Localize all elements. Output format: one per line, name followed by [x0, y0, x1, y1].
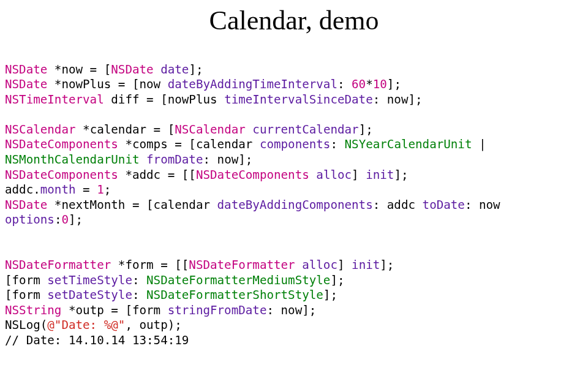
code-line: NSDate *now = [NSDate date]; [5, 62, 203, 77]
punc-token: addc. [5, 183, 40, 197]
identifier-token: NSDateFormatterMediumStyle [146, 273, 330, 287]
number-token: 60 [352, 77, 366, 91]
punc-token [295, 258, 303, 272]
selector-token: options [5, 213, 55, 227]
code-line: NSDateComponents *comps = [calendar comp… [5, 137, 486, 151]
code-line: addc.month = 1; [5, 183, 111, 197]
selector-token: setDateStyle [47, 288, 132, 302]
selector-token: stringFromDate [168, 303, 267, 317]
punc-token: *now = [ [47, 62, 111, 77]
type-token: NSDateFormatter [5, 258, 111, 272]
punc-token: : now]; [266, 303, 316, 317]
selector-token: timeIntervalSinceDate [224, 92, 373, 107]
selector-token: currentCalendar [252, 123, 358, 137]
selector-token: init [366, 168, 394, 182]
type-token: NSCalendar [5, 123, 76, 137]
punc-token: | [472, 137, 486, 151]
punc-token: ]; [330, 273, 344, 287]
identifier-token: NSMonthCalendarUnit [5, 153, 140, 167]
type-token: NSDate [111, 62, 153, 77]
punc-token: ; [104, 183, 111, 197]
code-line: options:0]; [5, 213, 83, 227]
punc-token: : now [465, 198, 500, 212]
blank-line [5, 107, 12, 121]
code-line: NSTimeInterval diff = [nowPlus timeInter… [5, 92, 423, 107]
punc-token: ] [337, 258, 352, 272]
punc-token [140, 153, 147, 167]
punc-token: ] [352, 168, 366, 182]
code-line: NSCalendar *calendar = [NSCalendar curre… [5, 123, 373, 137]
identifier-token: NSYearCalendarUnit [345, 137, 472, 151]
punc-token: *comps = [calendar [118, 137, 260, 151]
code-line: NSString *outp = [form stringFromDate: n… [5, 303, 316, 317]
selector-token: alloc [302, 258, 337, 272]
punc-token: : [330, 137, 344, 151]
selector-token: init [352, 258, 380, 272]
type-token: NSString [5, 303, 61, 317]
string-literal-token: @"Date: %@" [47, 318, 125, 332]
punc-token [309, 168, 317, 182]
punc-token: : addc [373, 198, 423, 212]
punc-token: *outp = [form [61, 303, 167, 317]
code-line: NSLog(@"Date: %@", outp); [5, 318, 182, 332]
slide-title: Calendar, demo [0, 5, 588, 36]
punc-token: : [132, 273, 146, 287]
selector-token: fromDate [146, 153, 203, 167]
type-token: NSDate [5, 198, 47, 212]
selector-token: alloc [316, 168, 352, 182]
punc-token: *nextMonth = [calendar [47, 198, 217, 212]
identifier-token: NSDateFormatterShortStyle [146, 288, 323, 302]
punc-token: ]; [394, 168, 408, 182]
selector-token: setTimeStyle [47, 273, 132, 287]
type-token: NSDateComponents [5, 168, 118, 182]
punc-token: * [366, 77, 373, 91]
code-line: NSMonthCalendarUnit fromDate: now]; [5, 153, 252, 167]
code-line: NSDate *nowPlus = [now dateByAddingTimeI… [5, 77, 401, 91]
blank-line [5, 243, 12, 257]
punc-token: ]; [380, 258, 394, 272]
punc-token [154, 62, 161, 77]
code-line: NSDateFormatter *form = [[NSDateFormatte… [5, 258, 394, 272]
code-line: // Date: 14.10.14 13:54:19 [5, 333, 189, 347]
punc-token: : now]; [203, 153, 252, 167]
punc-token: : [55, 213, 62, 227]
selector-token: components [260, 137, 331, 151]
comment-token: // Date: 14.10.14 13:54:19 [5, 333, 189, 347]
selector-token: month [40, 183, 76, 197]
code-line: NSDateComponents *addc = [[NSDateCompone… [5, 168, 409, 182]
punc-token: *nowPlus = [now [47, 77, 167, 91]
punc-token: : now]; [373, 92, 423, 107]
type-token: NSDateComponents [196, 168, 309, 182]
type-token: NSDate [5, 77, 47, 91]
selector-token: dateByAddingTimeInterval [168, 77, 337, 91]
punc-token: diff = [nowPlus [104, 92, 224, 107]
selector-token: toDate [423, 198, 465, 212]
punc-token: ]; [323, 288, 337, 302]
blank-line [5, 228, 12, 242]
code-line: [form setTimeStyle: NSDateFormatterMediu… [5, 273, 345, 287]
punc-token: *form = [[ [111, 258, 189, 272]
type-token: NSDateComponents [5, 137, 118, 151]
punc-token: ]; [189, 62, 203, 77]
code-line: [form setDateStyle: NSDateFormatterShort… [5, 288, 337, 302]
punc-token: [form [5, 288, 47, 302]
number-token: 0 [61, 213, 69, 227]
selector-token: dateByAddingComponents [217, 198, 373, 212]
punc-token [246, 123, 253, 137]
type-token: NSCalendar [175, 123, 246, 137]
punc-token: ]; [387, 77, 401, 91]
number-token: 1 [97, 183, 104, 197]
punc-token: , outp); [125, 318, 181, 332]
type-token: NSDateFormatter [189, 258, 295, 272]
number-token: 10 [373, 77, 387, 91]
punc-token: *calendar = [ [76, 123, 175, 137]
punc-token: ]; [69, 213, 83, 227]
selector-token: date [160, 62, 189, 77]
punc-token: : [132, 288, 146, 302]
punc-token: = [76, 183, 97, 197]
punc-token: NSLog( [5, 318, 47, 332]
type-token: NSDate [5, 62, 47, 77]
punc-token: : [337, 77, 352, 91]
punc-token: ]; [359, 123, 373, 137]
code-block: NSDate *now = [NSDate date]; NSDate *now… [0, 47, 588, 349]
